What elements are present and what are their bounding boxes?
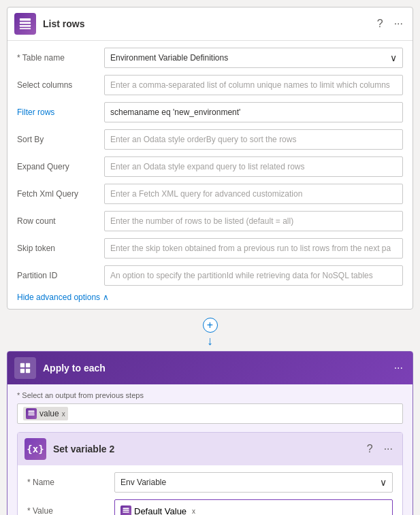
expand-query-placeholder: Enter an Odata style expand query to lis… — [110, 162, 305, 171]
variable-name-row: * Name Env Variable ∨ — [27, 472, 393, 493]
list-rows-header: List rows ? ··· — [7, 7, 413, 41]
filter-rows-input[interactable]: schemaname eq 'new_environment' — [104, 102, 403, 122]
table-name-value: Environment Variable Definitions — [110, 53, 228, 63]
table-name-dropdown[interactable]: Environment Variable Definitions ∨ — [104, 48, 403, 68]
set-variable-title: Set variable 2 — [53, 444, 357, 454]
row-count-label: Row count — [17, 216, 99, 226]
svg-rect-12 — [123, 510, 129, 512]
set-variable-header: {x} Set variable 2 ? ··· — [18, 433, 402, 465]
value-tag-label: value — [39, 409, 59, 418]
chevron-up-icon: ∧ — [103, 293, 109, 302]
expand-query-input[interactable]: Enter an Odata style expand query to lis… — [104, 156, 403, 177]
set-variable-more-button[interactable]: ··· — [381, 442, 395, 456]
filter-rows-value: schemaname eq 'new_environment' — [110, 107, 240, 117]
apply-to-each-header: Apply to each ··· — [7, 352, 413, 384]
svg-rect-11 — [123, 508, 129, 510]
add-step-button[interactable]: + — [203, 318, 218, 333]
partition-id-row: Partition ID An option to specify the pa… — [17, 265, 403, 286]
svg-rect-9 — [29, 413, 35, 414]
set-variable-card: {x} Set variable 2 ? ··· * Name Env Vari… — [17, 432, 403, 515]
variable-value-row: * Value Default Value x — [27, 499, 393, 515]
svg-rect-13 — [123, 512, 129, 513]
set-variable-help-button[interactable]: ? — [364, 442, 376, 456]
set-variable-actions: ? ··· — [364, 442, 395, 456]
select-columns-placeholder: Enter a comma-separated list of column u… — [110, 80, 390, 90]
default-value-tag-icon — [120, 505, 131, 515]
svg-rect-7 — [26, 369, 30, 373]
fetch-xml-label: Fetch Xml Query — [17, 189, 99, 199]
partition-id-input[interactable]: An option to specify the partitionId whi… — [104, 265, 403, 286]
hide-advanced-button[interactable]: Hide advanced options ∧ — [17, 293, 109, 302]
variable-value-label: * Value — [27, 506, 109, 515]
skip-token-placeholder: Enter the skip token obtained from a pre… — [110, 244, 391, 253]
variable-name-chevron: ∨ — [380, 477, 387, 488]
loop-icon — [19, 362, 31, 374]
list-rows-body: * Table name Environment Variable Defini… — [7, 41, 413, 309]
set-variable-icon: {x} — [25, 438, 46, 460]
skip-token-row: Skip token Enter the skip token obtained… — [17, 238, 403, 259]
default-value-close[interactable]: x — [192, 508, 195, 515]
set-variable-body: * Name Env Variable ∨ * Value — [18, 465, 402, 515]
filter-rows-label: Filter rows — [17, 107, 99, 117]
value-tag-icon — [26, 408, 37, 419]
skip-token-label: Skip token — [17, 244, 99, 253]
expand-query-label: Expand Query — [17, 162, 99, 171]
svg-rect-4 — [20, 363, 25, 367]
apply-to-each-more-button[interactable]: ··· — [391, 361, 406, 376]
default-value-icon — [123, 508, 129, 514]
variable-name-dropdown[interactable]: Env Variable ∨ — [114, 472, 393, 493]
svg-rect-3 — [20, 28, 31, 29]
svg-rect-8 — [29, 411, 35, 412]
sort-by-placeholder: Enter an Odata style orderBy query to so… — [110, 135, 296, 144]
list-rows-actions: ? ··· — [374, 16, 406, 31]
select-output-label: * Select an output from previous steps — [17, 391, 403, 399]
variable-name-label: * Name — [27, 478, 109, 487]
variable-name-value: Env Variable — [120, 478, 166, 487]
apply-to-each-body: * Select an output from previous steps v… — [7, 384, 413, 515]
partition-id-placeholder: An option to specify the partitionId whi… — [110, 271, 373, 280]
svg-rect-0 — [20, 18, 31, 21]
value-tag-close[interactable]: x — [62, 410, 65, 418]
svg-rect-1 — [20, 22, 31, 24]
filter-rows-row: Filter rows schemaname eq 'new_environme… — [17, 102, 403, 122]
svg-rect-10 — [29, 414, 35, 416]
hide-advanced-label: Hide advanced options — [17, 293, 100, 302]
skip-token-input[interactable]: Enter the skip token obtained from a pre… — [104, 238, 403, 259]
fetch-xml-placeholder: Enter a Fetch XML query for advanced cus… — [110, 189, 302, 199]
arrow-down-icon: ↓ — [207, 334, 213, 348]
apply-to-each-actions: ··· — [391, 361, 406, 376]
variable-icon-label: {x} — [27, 444, 44, 454]
list-rows-help-button[interactable]: ? — [374, 16, 386, 31]
svg-rect-2 — [20, 25, 31, 27]
list-rows-icon — [14, 13, 36, 35]
sort-by-label: Sort By — [17, 135, 99, 144]
variable-value-input[interactable]: Default Value x — [114, 499, 393, 515]
svg-rect-5 — [26, 363, 30, 367]
list-rows-title: List rows — [43, 18, 368, 29]
expand-query-row: Expand Query Enter an Odata style expand… — [17, 156, 403, 177]
connector: + ↓ — [7, 315, 413, 351]
apply-to-each-card: Apply to each ··· * Select an output fro… — [7, 351, 413, 515]
select-columns-label: Select columns — [17, 80, 99, 90]
row-count-row: Row count Enter the number of rows to be… — [17, 211, 403, 231]
list-rows-more-button[interactable]: ··· — [391, 16, 406, 31]
row-count-input[interactable]: Enter the number of rows to be listed (d… — [104, 211, 403, 231]
tag-table-icon — [28, 410, 35, 417]
row-count-placeholder: Enter the number of rows to be listed (d… — [110, 216, 293, 226]
fetch-xml-input[interactable]: Enter a Fetch XML query for advanced cus… — [104, 184, 403, 204]
sort-by-row: Sort By Enter an Odata style orderBy que… — [17, 129, 403, 150]
apply-to-each-icon — [14, 357, 36, 379]
fetch-xml-row: Fetch Xml Query Enter a Fetch XML query … — [17, 184, 403, 204]
table-name-row: * Table name Environment Variable Defini… — [17, 48, 403, 68]
apply-to-each-title: Apply to each — [43, 363, 385, 373]
table-name-chevron: ∨ — [390, 52, 397, 63]
partition-id-label: Partition ID — [17, 271, 99, 280]
select-output-input[interactable]: value x — [17, 403, 403, 424]
list-rows-card: List rows ? ··· * Table name Environment… — [7, 7, 413, 310]
table-name-label: * Table name — [17, 53, 99, 63]
table-icon — [19, 18, 31, 30]
sort-by-input[interactable]: Enter an Odata style orderBy query to so… — [104, 129, 403, 150]
default-value-label: Default Value — [134, 506, 187, 516]
select-columns-input[interactable]: Enter a comma-separated list of column u… — [104, 75, 403, 95]
select-columns-row: Select columns Enter a comma-separated l… — [17, 75, 403, 95]
